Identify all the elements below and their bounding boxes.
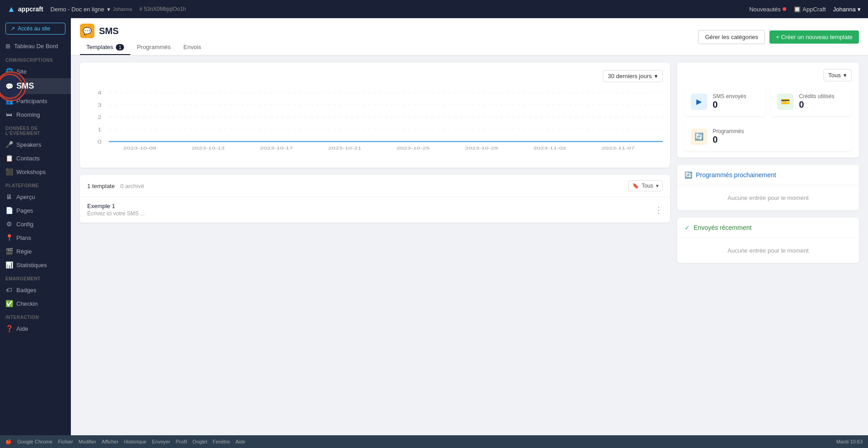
programmes-info: Programmés 0	[713, 128, 744, 145]
tab-envois-label: Envois	[184, 44, 201, 50]
sidebar-item-speakers[interactable]: 🎤 Speakers	[0, 138, 71, 151]
topbar-right: Nouveautés 🔲 AppCraft Johanna ▾	[749, 6, 861, 13]
taskbar-fichier[interactable]: Fichier	[58, 439, 73, 444]
topbar-hash: # 53nX0MbjqlOo1h	[139, 6, 186, 12]
section-emargement: EMARGEMENT	[0, 272, 71, 283]
sms-envoyes-icon: ▶	[691, 94, 707, 110]
programmes-empty: Aucune entrée pour le moment	[677, 185, 859, 210]
topbar-user[interactable]: Johanna ▾	[833, 6, 861, 13]
section-plateforme: PLATEFORME	[0, 179, 71, 190]
envoyes-header-label: Envoyés récemment	[694, 224, 752, 231]
programmes-value: 0	[713, 134, 744, 145]
sidebar-item-tableau[interactable]: ⊞ Tableau De Bord	[0, 39, 71, 53]
stat-card-programmes: 🔄 Programmés 0	[684, 122, 852, 151]
taskbar-afficher[interactable]: Afficher	[102, 439, 119, 444]
svg-text:2: 2	[98, 114, 102, 120]
config-icon: ⚙	[5, 220, 13, 228]
stats-tous-dropdown[interactable]: Tous ▾	[823, 69, 852, 81]
programmes-header-label: Programmés prochainement	[696, 171, 776, 179]
sidebar: ↗ Accès au site ⊞ Tableau De Bord CRM/IN…	[0, 18, 71, 435]
tab-programmes[interactable]: Programmés	[130, 40, 177, 55]
sidebar-item-config[interactable]: ⚙ Config	[0, 217, 71, 231]
chart-area: 4 3 2 1 0 2023-10-09 2023-10-13	[87, 88, 663, 160]
stats-grid: ▶ SMS envoyés 0 💳 Crédits utilisés 0	[684, 87, 852, 151]
statistiques-label: Statistiques	[16, 262, 47, 269]
sidebar-item-workshops[interactable]: ⬛ Workshops	[0, 165, 71, 179]
acces-site-button[interactable]: ↗ Accès au site	[5, 23, 65, 35]
taskbar-historique[interactable]: Historique	[124, 439, 147, 444]
sidebar-item-rooming[interactable]: 🛏 Rooming	[0, 108, 71, 121]
taskbar-time: Mardi 10:63	[836, 439, 863, 444]
stat-card-credits: 💳 Crédits utilisés 0	[771, 87, 852, 116]
svg-text:2023-10-25: 2023-10-25	[397, 145, 430, 150]
template-row[interactable]: Exemple 1 Écrivez ici votre SMS ... ⋮	[80, 197, 670, 223]
topbar-nouveautes[interactable]: Nouveautés	[749, 6, 786, 13]
participants-label: Participants	[16, 98, 47, 105]
tab-templates-label: Templates	[86, 44, 113, 50]
taskbar-fenetre[interactable]: Fenêtre	[213, 439, 230, 444]
sidebar-item-pages[interactable]: 📄 Pages	[0, 204, 71, 217]
plans-label: Plans	[16, 234, 31, 241]
gerer-categories-button[interactable]: Gérer les catégories	[698, 30, 765, 44]
appcraft-icon: 🔲	[794, 6, 801, 13]
taskbar-chrome[interactable]: Google Chrome	[17, 439, 53, 444]
templates-archive: 0 archivé	[120, 183, 144, 189]
taskbar-modifier[interactable]: Modifier	[79, 439, 96, 444]
contacts-icon: 📋	[5, 154, 13, 162]
templates-count: 1 template	[87, 183, 115, 189]
speakers-icon: 🎤	[5, 141, 13, 148]
tableau-label: Tableau De Bord	[14, 43, 58, 50]
badges-label: Badges	[16, 287, 36, 294]
plans-icon: 📍	[5, 234, 13, 241]
topbar-demo[interactable]: Demo - Doc en ligne ▾ Johanna	[50, 6, 132, 13]
sidebar-item-checkin[interactable]: ✅ Checkin	[0, 297, 71, 310]
template-info: Exemple 1 Écrivez ici votre SMS ...	[87, 203, 145, 217]
section-crm: CRM/INSCRIPTIONS	[0, 53, 71, 65]
stats-filter-card: Tous ▾ ▶ SMS envoyés 0	[677, 63, 859, 158]
workshops-label: Workshops	[16, 169, 46, 175]
svg-text:2023-10-21: 2023-10-21	[328, 145, 362, 150]
tab-templates[interactable]: Templates 1	[80, 40, 130, 55]
page-sms-icon: 💬	[80, 24, 94, 38]
nouveautes-dot	[783, 7, 786, 11]
taskbar-aide[interactable]: Aide	[235, 439, 245, 444]
sidebar-item-contacts[interactable]: 📋 Contacts	[0, 151, 71, 165]
sidebar-item-statistiques[interactable]: 📊 Statistiques	[0, 258, 71, 272]
sidebar-item-plans[interactable]: 📍 Plans	[0, 231, 71, 244]
sidebar-item-sms[interactable]: 💬 SMS ←	[0, 78, 71, 94]
taskbar-envoyer[interactable]: Envoyer	[152, 439, 170, 444]
aide-icon: ❓	[5, 325, 13, 332]
taskbar-apple[interactable]: 🍎	[5, 439, 12, 445]
tab-envois[interactable]: Envois	[177, 40, 208, 55]
template-preview: Écrivez ici votre SMS ...	[87, 210, 145, 217]
credits-value: 0	[799, 100, 834, 110]
sms-label: SMS	[16, 81, 34, 91]
sidebar-item-aide[interactable]: ❓ Aide	[0, 322, 71, 335]
envoyes-empty: Aucune entrée pour le moment	[677, 238, 859, 263]
programmes-header: 🔄 Programmés prochainement	[677, 165, 859, 185]
templates-filter-dropdown[interactable]: 🔖 Tous ▾	[628, 180, 663, 191]
page-header-left: 💬 SMS Templates 1 Programmés Envois	[80, 24, 208, 55]
sidebar-item-apercu[interactable]: 🖥 Aperçu	[0, 190, 71, 204]
section-interaction: INTERACTION	[0, 310, 71, 322]
user-dropdown-arrow: ▾	[858, 6, 861, 13]
page-title: SMS	[99, 26, 119, 36]
demo-sub: Johanna	[113, 6, 132, 12]
period-dropdown[interactable]: 30 derniers jours ▾	[603, 70, 663, 82]
taskbar-onglet[interactable]: Onglet	[193, 439, 207, 444]
taskbar-profil[interactable]: Profil	[176, 439, 187, 444]
creer-template-button[interactable]: + Créer un nouveau template	[769, 30, 859, 44]
svg-text:2023-10-17: 2023-10-17	[260, 145, 293, 150]
programmes-icon: 🔄	[691, 129, 707, 145]
stats-tous-arrow: ▾	[843, 72, 847, 79]
workshops-icon: ⬛	[5, 168, 13, 175]
topbar-left: ▲ appcraft Demo - Doc en ligne ▾ Johanna…	[7, 5, 186, 14]
sidebar-item-badges[interactable]: 🏷 Badges	[0, 283, 71, 297]
apercu-icon: 🖥	[5, 193, 13, 200]
filter-icon: 🔖	[632, 183, 639, 189]
tableau-icon: ⊞	[5, 43, 10, 50]
svg-text:0: 0	[98, 139, 102, 144]
template-actions-menu[interactable]: ⋮	[655, 205, 663, 215]
sidebar-item-regie[interactable]: 🎬 Régie	[0, 244, 71, 258]
aide-label: Aide	[16, 325, 28, 332]
